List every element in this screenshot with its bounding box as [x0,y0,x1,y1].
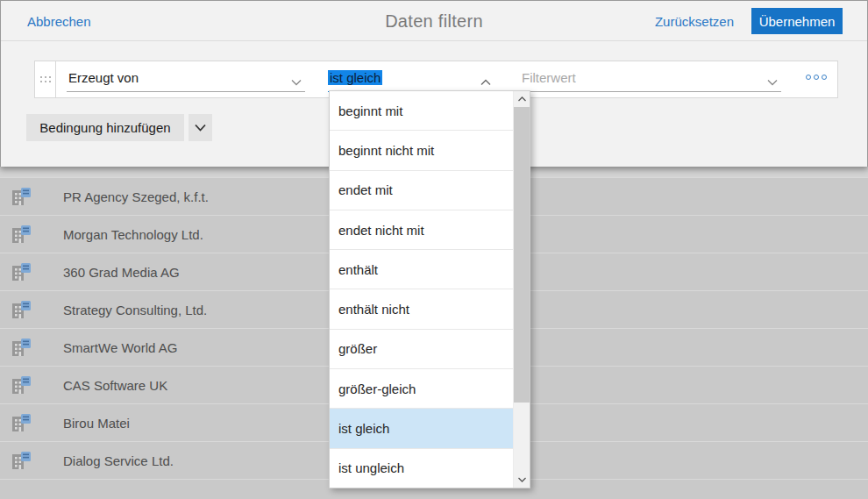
more-options-icon[interactable] [806,75,827,80]
operator-dropdown-list: beginnt mit beginnt nicht mit endet mit … [330,91,513,488]
operator-option[interactable]: beginnt nicht mit [330,131,513,170]
company-name: Strategy Consulting, Ltd. [63,303,207,317]
apply-button[interactable]: Übernehmen [751,8,843,34]
operator-option[interactable]: größer-gleich [330,369,513,409]
scrollbar-thumb[interactable] [514,107,530,403]
drag-handle-icon [40,76,51,82]
operator-option[interactable]: beginnt mit [330,91,513,131]
company-name: PR Agency Szeged, k.f.t. [63,189,209,204]
operator-dropdown: beginnt mit beginnt nicht mit endet mit … [329,90,530,488]
add-condition-menu-button[interactable] [189,114,212,141]
company-building-icon [10,223,32,246]
operator-option[interactable]: größer [330,330,513,369]
filter-value-input[interactable] [518,70,737,85]
operator-option[interactable]: ist ungleich [330,449,513,488]
company-building-icon [10,260,32,283]
dialog-title: Daten filtern [1,1,867,41]
company-building-icon [10,411,32,434]
dialog-header: Abbrechen Daten filtern Zurücksetzen Übe… [1,1,867,41]
scroll-down-icon[interactable] [514,472,530,488]
field-select-value: Erzeugt von [68,70,139,85]
chevron-down-icon [195,124,206,132]
company-name: Morgan Technology Ltd. [63,227,203,242]
operator-option[interactable]: ist gleich [330,409,513,448]
company-building-icon [10,298,32,321]
company-name: Birou Matei [63,416,130,431]
reset-button[interactable]: Zurücksetzen [655,1,734,41]
drag-handle[interactable] [35,61,56,97]
company-name: SmartWe World AG [63,340,177,355]
cancel-button[interactable]: Abbrechen [27,1,91,41]
chevron-down-icon [291,74,302,89]
company-name: CAS Software UK [63,378,167,393]
chevron-up-icon [480,74,491,89]
operator-option[interactable]: enthält nicht [330,289,513,329]
scroll-up-icon[interactable] [514,91,530,107]
operator-option[interactable]: endet nicht mit [330,210,513,250]
operator-select-value: ist gleich [328,70,382,85]
company-building-icon [10,374,32,396]
company-building-icon [10,336,32,359]
operator-option[interactable]: enthält [330,250,513,289]
company-name: 360 Grad Media AG [63,265,180,280]
company-name: Dialog Service Ltd. [63,453,174,468]
company-building-icon [10,449,32,472]
chevron-down-icon [767,74,778,89]
add-condition-button[interactable]: Bedingung hinzufügen [26,114,184,141]
filter-value-select[interactable] [518,63,781,92]
dropdown-scrollbar[interactable] [513,91,530,488]
operator-select[interactable]: ist gleich [328,63,494,92]
field-select[interactable]: Erzeugt von [67,63,305,92]
operator-option[interactable]: endet mit [330,171,513,210]
company-building-icon [10,185,32,208]
